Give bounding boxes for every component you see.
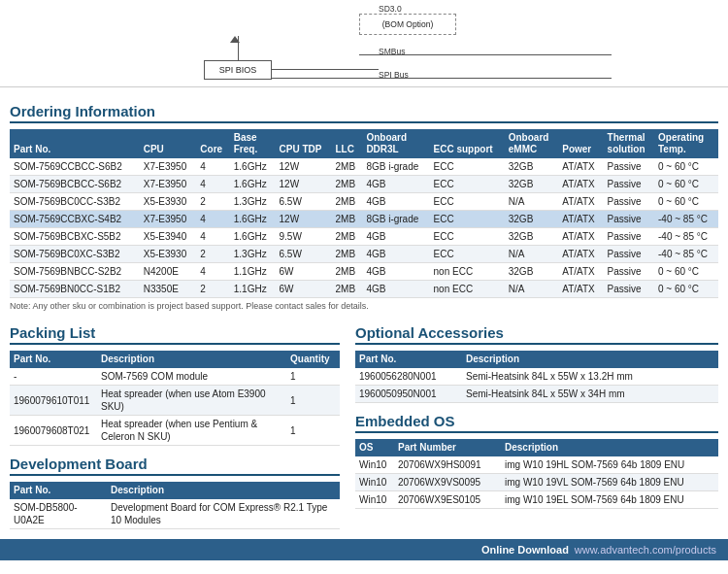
smbus-line bbox=[359, 54, 612, 55]
embedded-os-title: Embedded OS bbox=[355, 413, 718, 433]
col-part: Part No. bbox=[10, 129, 140, 158]
table-row: SOM-7569CCBXC-S4B2X7-E395041.6GHz12W2MB8… bbox=[10, 211, 718, 228]
col-ddr: OnboardDDR3L bbox=[362, 129, 429, 158]
packing-title: Packing List bbox=[10, 324, 340, 345]
col-freq: BaseFreq. bbox=[230, 129, 276, 158]
os-col-os: OS bbox=[355, 439, 394, 456]
ordering-header-row: Part No. CPU Core BaseFreq. CPU TDP LLC … bbox=[10, 129, 718, 158]
packing-table: Part No. Description Quantity -SOM-7569 … bbox=[10, 351, 340, 446]
pack-col-part: Part No. bbox=[10, 351, 97, 368]
table-row: SOM-7569BNBCC-S2B2N4200E41.1GHz6W2MB4GBn… bbox=[10, 263, 718, 281]
os-header-row: OS Part Number Description bbox=[355, 439, 718, 456]
table-row: Win1020706WX9ES0105img W10 19EL SOM-7569… bbox=[355, 491, 718, 509]
os-col-partnum: Part Number bbox=[394, 439, 501, 456]
col-core: Core bbox=[196, 129, 229, 158]
table-row: SOM-DB5800-U0A2EDevelopment Board for CO… bbox=[10, 499, 340, 529]
embedded-os-table: OS Part Number Description Win1020706WX9… bbox=[355, 439, 718, 509]
table-row: 1960056280N001Semi-Heatsink 84L x 55W x … bbox=[355, 368, 718, 386]
footer-url: www.advantech.com/products bbox=[575, 544, 716, 556]
opt-col-part: Part No. bbox=[355, 351, 462, 368]
dev-col-part: Part No. bbox=[10, 482, 107, 499]
arrow-up bbox=[230, 36, 240, 43]
spi-bus-line bbox=[272, 78, 612, 79]
h-arrow bbox=[272, 69, 379, 70]
col-temp: OperatingTemp. bbox=[654, 129, 718, 158]
table-row: SOM-7569BC0CC-S3B2X5-E393021.3GHz6.5W2MB… bbox=[10, 193, 718, 211]
col-cpu: CPU bbox=[140, 129, 197, 158]
table-row: SOM-7569BCBXC-S5B2X5-E394041.6GHz9.5W2MB… bbox=[10, 228, 718, 246]
table-row: Win1020706WX9HS0091img W10 19HL SOM-7569… bbox=[355, 456, 718, 474]
table-row: 1960079610T011Heat spreader (when use At… bbox=[10, 386, 340, 416]
table-row: SOM-7569CCBCC-S6B2X7-E395041.6GHz12W2MB8… bbox=[10, 158, 718, 176]
table-row: SOM-7569BN0CC-S1B2N3350E21.1GHz6W2MB4GBn… bbox=[10, 281, 718, 298]
devboard-table: Part No. Description SOM-DB5800-U0A2EDev… bbox=[10, 482, 340, 529]
pack-col-qty: Quantity bbox=[286, 351, 340, 368]
bom-option-box: (BOM Option) bbox=[359, 14, 456, 35]
optional-title: Optional Accessories bbox=[355, 324, 718, 345]
table-row: Win1020706WX9VS0095img W10 19VL SOM-7569… bbox=[355, 474, 718, 491]
table-row: 1960050950N001Semi-Heatsink 84L x 55W x … bbox=[355, 386, 718, 403]
col-ecc: ECC support bbox=[430, 129, 505, 158]
sd30-label: SD3.0 bbox=[379, 4, 402, 14]
optional-header-row: Part No. Description bbox=[355, 351, 718, 368]
footer-label: Online Download bbox=[481, 544, 569, 556]
devboard-header-row: Part No. Description bbox=[10, 482, 340, 499]
lower-section: Packing List Part No. Description Quanti… bbox=[10, 317, 718, 529]
pack-col-desc: Description bbox=[97, 351, 286, 368]
table-row: SOM-7569BC0XC-S3B2X5-E393021.3GHz6.5W2MB… bbox=[10, 246, 718, 263]
col-power: Power bbox=[558, 129, 603, 158]
dev-col-desc: Description bbox=[107, 482, 340, 499]
spi-bios-box: SPI BIOS bbox=[204, 60, 272, 80]
col-tdp: CPU TDP bbox=[276, 129, 332, 158]
table-row: 1960079608T021Heat spreader (when use Pe… bbox=[10, 416, 340, 446]
table-row: SOM-7569BCBCC-S6B2X7-E395041.6GHz12W2MB4… bbox=[10, 176, 718, 193]
main-content: Ordering Information Part No. CPU Core B… bbox=[0, 87, 728, 529]
devboard-section: Development Board Part No. Description S… bbox=[10, 456, 340, 529]
embedded-os-section: Embedded OS OS Part Number Description W… bbox=[355, 413, 718, 509]
left-column: Packing List Part No. Description Quanti… bbox=[10, 317, 340, 529]
table-row: -SOM-7569 COM module1 bbox=[10, 368, 340, 386]
devboard-title: Development Board bbox=[10, 456, 340, 476]
os-col-desc: Description bbox=[501, 439, 718, 456]
ordering-table: Part No. CPU Core BaseFreq. CPU TDP LLC … bbox=[10, 129, 718, 298]
diagram-section: SD3.0 (BOM Option) SMBus SPI BIOS SPI Bu… bbox=[0, 0, 728, 87]
optional-table: Part No. Description 1960056280N001Semi-… bbox=[355, 351, 718, 403]
col-thermal: Thermalsolution bbox=[604, 129, 654, 158]
ordering-title: Ordering Information bbox=[10, 103, 718, 123]
packing-header-row: Part No. Description Quantity bbox=[10, 351, 340, 368]
col-llc: LLC bbox=[332, 129, 363, 158]
ordering-note: Note: Any other sku or combination is pr… bbox=[10, 301, 718, 311]
footer-bar: Online Download www.advantech.com/produc… bbox=[0, 539, 728, 560]
col-emmc: OnboardeMMC bbox=[505, 129, 558, 158]
right-column: Optional Accessories Part No. Descriptio… bbox=[355, 317, 718, 529]
opt-col-desc: Description bbox=[462, 351, 718, 368]
